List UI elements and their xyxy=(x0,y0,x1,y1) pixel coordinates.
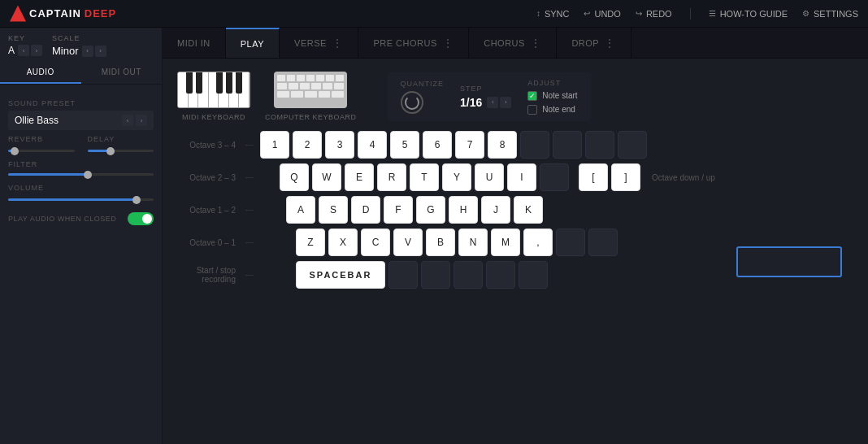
reverb-label: REVERB xyxy=(8,135,75,143)
howto-button[interactable]: ☰ HOW-TO GUIDE xyxy=(709,9,788,19)
key-s[interactable]: S xyxy=(319,196,348,224)
tab-midi-out[interactable]: MIDI OUT xyxy=(81,62,163,84)
empty-key xyxy=(486,261,515,289)
key-w[interactable]: W xyxy=(312,163,341,191)
key-i[interactable]: I xyxy=(507,163,536,191)
tab-chorus[interactable]: CHORUS ⋮ xyxy=(469,28,557,58)
midi-keyboard-source[interactable]: MIDI KEYBOARD xyxy=(177,72,265,121)
computer-keyboard-source[interactable]: COMPUTER KEYBOARD xyxy=(265,72,371,121)
mini-kb-key xyxy=(305,91,317,98)
key-2[interactable]: 2 xyxy=(293,131,322,159)
key-k[interactable]: K xyxy=(514,196,543,224)
keyboard-section: Octave 3 – 4 1 2 3 4 5 6 7 8 xyxy=(177,131,853,289)
octave-3-4-row: Octave 3 – 4 1 2 3 4 5 6 7 8 xyxy=(177,131,853,159)
record-area[interactable] xyxy=(736,246,842,277)
note-start-checkbox[interactable]: ✓ xyxy=(527,91,537,101)
key-scale-row: KEY A ‹ › SCALE Minor ‹ › xyxy=(0,28,162,62)
key-c[interactable]: C xyxy=(361,229,390,256)
mini-kb-key xyxy=(297,75,305,81)
play-when-toggle[interactable] xyxy=(128,212,154,225)
key-d[interactable]: D xyxy=(351,196,380,224)
dashed-line-5 xyxy=(245,275,254,276)
key-bracket-open[interactable]: [ xyxy=(579,163,608,191)
step-prev-button[interactable]: ‹ xyxy=(487,97,498,108)
key-5[interactable]: 5 xyxy=(390,131,419,159)
key-6[interactable]: 6 xyxy=(423,131,452,159)
key-g[interactable]: G xyxy=(416,196,445,224)
mini-keyboard xyxy=(274,72,347,108)
quantize-icon[interactable] xyxy=(401,91,423,114)
reverb-group: REVERB xyxy=(8,135,75,152)
step-next-button[interactable]: › xyxy=(500,97,511,108)
preset-arrows: ‹ › xyxy=(122,115,147,126)
tab-audio[interactable]: AUDIO xyxy=(0,62,81,84)
howto-icon: ☰ xyxy=(709,9,716,18)
top-bar-actions: ↕ SYNC ↩ UNDO ↪ REDO ☰ HOW-TO GUIDE ⚙ SE… xyxy=(536,8,858,20)
dashed-line-1 xyxy=(245,145,254,146)
tab-play[interactable]: PLAY xyxy=(226,28,280,58)
sound-preset-row[interactable]: Ollie Bass ‹ › xyxy=(8,111,154,130)
key-comma[interactable]: , xyxy=(523,229,553,256)
scale-next-button[interactable]: › xyxy=(95,46,106,57)
undo-button[interactable]: ↩ UNDO xyxy=(584,9,620,19)
key-f[interactable]: F xyxy=(384,196,413,224)
key-v[interactable]: V xyxy=(393,229,423,256)
spacebar-key[interactable]: SPACEBAR xyxy=(296,261,385,289)
preset-next-button[interactable]: › xyxy=(136,115,147,126)
mini-kb-key xyxy=(277,83,287,89)
key-e[interactable]: E xyxy=(345,163,374,191)
empty-key xyxy=(540,163,569,191)
tab-verse[interactable]: VERSE ⋮ xyxy=(280,28,358,58)
note-start-row: ✓ Note start xyxy=(527,91,577,101)
key-a[interactable]: A xyxy=(286,196,315,224)
key-bracket-close[interactable]: ] xyxy=(611,163,640,191)
key-8[interactable]: 8 xyxy=(488,131,517,159)
scale-arrows: ‹ › xyxy=(82,46,106,57)
key-u[interactable]: U xyxy=(475,163,504,191)
key-z[interactable]: Z xyxy=(296,229,325,256)
delay-slider[interactable] xyxy=(88,150,154,152)
logo-captain: CAPTAIN xyxy=(29,7,81,20)
sync-button[interactable]: ↕ SYNC xyxy=(536,9,570,19)
key-next-button[interactable]: › xyxy=(31,45,42,56)
key-4[interactable]: 4 xyxy=(358,131,387,159)
reverb-slider[interactable] xyxy=(8,150,75,152)
delay-label: DELAY xyxy=(88,135,154,143)
key-7[interactable]: 7 xyxy=(455,131,484,159)
key-r[interactable]: R xyxy=(377,163,406,191)
note-end-checkbox[interactable] xyxy=(527,105,537,115)
scale-prev-button[interactable]: ‹ xyxy=(82,46,93,57)
volume-slider[interactable] xyxy=(8,198,154,201)
key-t[interactable]: T xyxy=(410,163,439,191)
logo-icon xyxy=(10,6,26,22)
tab-drop[interactable]: DROP ⋮ xyxy=(557,28,631,58)
key-m[interactable]: M xyxy=(491,229,520,256)
mini-kb-key xyxy=(289,83,298,89)
key-y[interactable]: Y xyxy=(442,163,471,191)
key-q[interactable]: Q xyxy=(280,163,309,191)
empty-key xyxy=(585,131,614,159)
key-3[interactable]: 3 xyxy=(325,131,354,159)
sync-icon: ↕ xyxy=(536,9,540,18)
filter-slider[interactable] xyxy=(8,173,154,176)
preset-prev-button[interactable]: ‹ xyxy=(122,115,133,126)
source-controls-row: MIDI KEYBOARD xyxy=(177,72,853,121)
check-icon: ✓ xyxy=(529,92,536,100)
key-1[interactable]: 1 xyxy=(260,131,289,159)
key-h[interactable]: H xyxy=(449,196,478,224)
settings-button[interactable]: ⚙ SETTINGS xyxy=(802,9,858,19)
chorus-dots-icon: ⋮ xyxy=(530,37,542,49)
key-b[interactable]: B xyxy=(426,229,455,256)
key-x[interactable]: X xyxy=(328,229,358,256)
mini-kb-key xyxy=(311,83,321,89)
key-prev-button[interactable]: ‹ xyxy=(18,45,29,56)
tab-pre-chorus[interactable]: PRE CHORUS ⋮ xyxy=(358,28,469,58)
tab-midi-in[interactable]: MIDI IN xyxy=(163,28,226,58)
redo-button[interactable]: ↪ REDO xyxy=(636,9,672,19)
key-j[interactable]: J xyxy=(481,196,510,224)
mini-kb-row-2 xyxy=(277,83,344,89)
verse-dots-icon: ⋮ xyxy=(332,37,344,49)
key-n[interactable]: N xyxy=(458,229,488,256)
step-group: STEP 1/16 ‹ › xyxy=(460,85,511,109)
tab-play-label: PLAY xyxy=(241,39,264,49)
